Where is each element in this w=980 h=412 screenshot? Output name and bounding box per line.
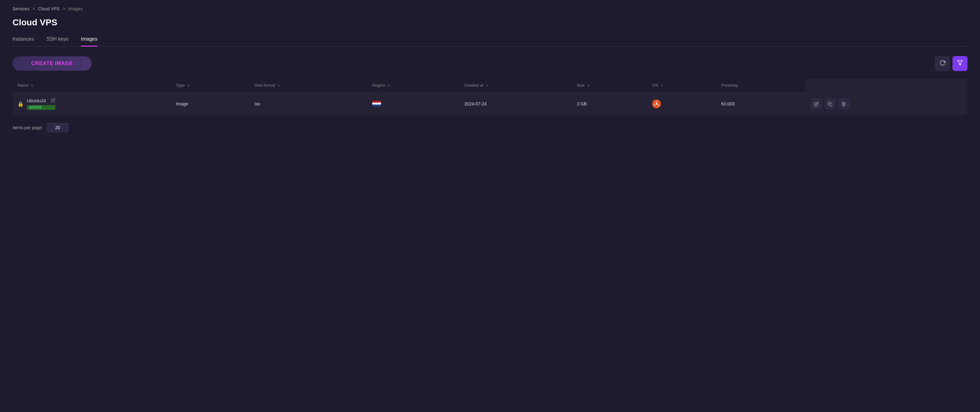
inline-edit-icon[interactable] <box>51 98 56 103</box>
col-name[interactable]: Name ⇅ <box>13 78 171 92</box>
filter-button[interactable] <box>953 56 967 71</box>
breadcrumb-images: Images <box>68 6 83 11</box>
tab-instances[interactable]: Instances <box>13 36 34 47</box>
refresh-icon <box>939 60 946 68</box>
pagination-row: Items per page: <box>13 123 967 132</box>
toolbar: CREATE IMAGE <box>13 56 967 71</box>
sort-icon-created: ⇅ <box>486 84 488 87</box>
table-header-row: Name ⇅ Type ⇅ Disk format ⇅ Region ⇅ Cre… <box>13 78 967 92</box>
cell-disk-format: iso <box>250 92 367 116</box>
status-badge: ACTIVE <box>27 105 56 110</box>
col-region[interactable]: Region ⇅ <box>367 78 460 92</box>
row-name-text: Ubuntu24 <box>27 98 46 103</box>
page-title: Cloud VPS <box>13 17 967 27</box>
col-size[interactable]: Size ⇅ <box>572 78 648 92</box>
breadcrumb-services[interactable]: Services <box>13 6 29 11</box>
cell-type: Image <box>171 92 249 116</box>
items-per-page-label: Items per page: <box>13 125 43 130</box>
sort-icon-disk: ⇅ <box>277 84 280 87</box>
refresh-button[interactable] <box>935 56 950 71</box>
sort-icon-name: ⇅ <box>31 84 33 87</box>
sort-icon-os: ⇅ <box>661 84 663 87</box>
breadcrumb-sep-2: > <box>62 6 66 11</box>
table-row: 🔒 Ubuntu24 A <box>13 92 967 116</box>
sort-icon-region: ⇅ <box>388 84 390 87</box>
col-created-at[interactable]: Created at ⇅ <box>459 78 571 92</box>
svg-point-3 <box>656 101 657 102</box>
cell-size: 3 GB <box>572 92 648 116</box>
svg-point-4 <box>658 105 659 106</box>
create-image-button[interactable]: CREATE IMAGE <box>13 56 92 71</box>
col-os[interactable]: OS ⇅ <box>647 78 716 92</box>
tab-images[interactable]: Images <box>81 36 97 47</box>
cell-created-at: 2024-07-24 <box>459 92 571 116</box>
cell-os <box>647 92 716 116</box>
svg-rect-6 <box>830 103 832 106</box>
tab-ssh-keys[interactable]: SSH keys <box>46 36 68 47</box>
items-per-page-input[interactable] <box>47 123 68 132</box>
name-info: Ubuntu24 ACTIVE <box>27 98 56 110</box>
cell-actions <box>806 92 967 116</box>
lock-icon: 🔒 <box>18 101 24 107</box>
sort-icon-size: ⇅ <box>587 84 590 87</box>
cell-name: 🔒 Ubuntu24 A <box>13 92 171 116</box>
ubuntu-os-icon <box>652 99 661 108</box>
breadcrumb-cloud-vps[interactable]: Cloud VPS <box>38 6 59 11</box>
cell-region <box>367 92 460 116</box>
row-actions <box>811 98 963 110</box>
tabs-container: Instances SSH keys Images <box>13 36 967 47</box>
copy-button[interactable] <box>824 98 836 110</box>
svg-point-2 <box>655 103 657 105</box>
breadcrumb: Services > Cloud VPS > Images <box>13 6 967 11</box>
svg-marker-0 <box>958 60 963 65</box>
cell-price-day: €0.003 <box>716 92 806 116</box>
breadcrumb-sep-1: > <box>33 6 36 11</box>
filter-icon <box>957 60 963 68</box>
col-type[interactable]: Type ⇅ <box>171 78 249 92</box>
col-price-day: Price/day <box>716 78 806 92</box>
toolbar-actions <box>935 56 967 71</box>
delete-button[interactable] <box>838 98 850 110</box>
svg-point-5 <box>654 105 655 106</box>
edit-button[interactable] <box>811 98 822 110</box>
images-table: Name ⇅ Type ⇅ Disk format ⇅ Region ⇅ Cre… <box>13 78 967 115</box>
col-disk-format[interactable]: Disk format ⇅ <box>250 78 367 92</box>
region-flag-nl <box>372 101 381 107</box>
sort-icon-type: ⇅ <box>187 84 189 87</box>
